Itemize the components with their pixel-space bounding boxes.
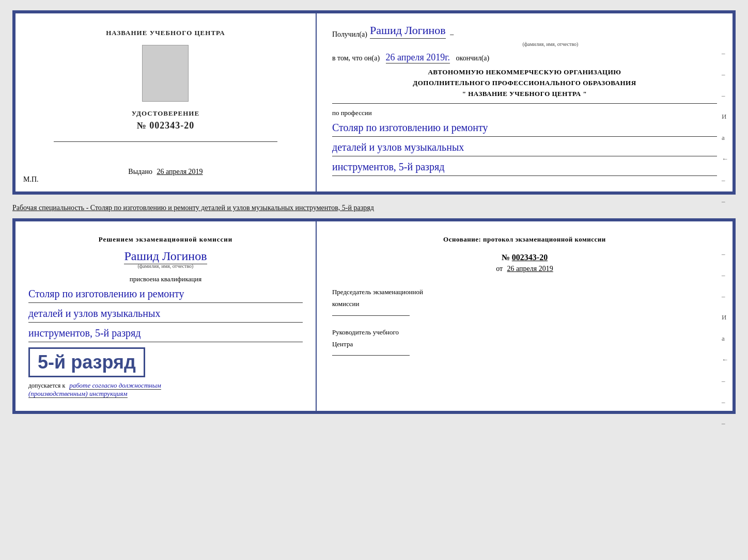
rank-box: 5-й разряд	[28, 347, 145, 377]
side-dashes-bottom: – – – И а ← – – –	[722, 250, 728, 424]
basis-label: Основание: протокол экзаменационной коми…	[332, 234, 717, 245]
mp-label: М.П.	[23, 175, 39, 184]
recipient-line: Получил(а) Рашид Логинов –	[332, 24, 717, 39]
in-that-line: в том, что он(а) 26 апреля 2019г. окончи…	[332, 52, 717, 63]
org-text: АВТОНОМНУЮ НЕКОММЕРЧЕСКУЮ ОРГАНИЗАЦИЮ ДО…	[332, 67, 717, 99]
rank-big-text: 5-й разряд	[38, 351, 136, 373]
protocol-date: от 26 апреля 2019	[332, 265, 717, 273]
head-label: Руководитель учебного	[332, 326, 717, 338]
chairman-label: Председатель экзаменационной	[332, 286, 717, 298]
date-handwritten: 26 апреля 2019г.	[386, 52, 450, 63]
admitted-text: допускается к работе согласно должностны…	[28, 381, 303, 398]
fio-subtitle-bottom: (фамилия, имя, отчество)	[28, 263, 303, 269]
head-block: Руководитель учебного Центра	[332, 326, 717, 356]
chairman-label2: комиссии	[332, 298, 717, 310]
protocol-number: № 002343-20	[332, 253, 717, 262]
bottom-certificate: Решением экзаменационной комиссии Рашид …	[12, 218, 736, 414]
bottom-person-name: Рашид Логинов	[124, 249, 207, 264]
admitted-work: работе согласно должностным	[69, 381, 161, 390]
fio-subtitle-top: (фамилия, имя, отчество)	[384, 41, 717, 47]
top-cert-left: НАЗВАНИЕ УЧЕБНОГО ЦЕНТРА УДОСТОВЕРЕНИЕ №…	[15, 13, 317, 191]
recipient-name: Рашид Логинов	[370, 24, 446, 39]
qualification-label: присвоена квалификация	[28, 275, 303, 283]
issued-date: Выдано 26 апреля 2019	[128, 168, 202, 176]
top-cert-right: Получил(а) Рашид Логинов – (фамилия, имя…	[317, 13, 733, 191]
qual-line2: деталей и узлов музыкальных	[28, 306, 303, 323]
profession-label: по профессии	[332, 109, 717, 117]
head-label2: Центра	[332, 338, 717, 350]
qual-line3: инструментов, 5-й разряд	[28, 325, 303, 342]
photo-placeholder	[142, 45, 189, 102]
qual-line1: Столяр по изготовлению и ремонту	[28, 286, 303, 303]
bottom-cert-right: Основание: протокол экзаменационной коми…	[317, 221, 733, 411]
top-certificate: НАЗВАНИЕ УЧЕБНОГО ЦЕНТРА УДОСТОВЕРЕНИЕ №…	[12, 10, 736, 195]
document-wrapper: НАЗВАНИЕ УЧЕБНОГО ЦЕНТРА УДОСТОВЕРЕНИЕ №…	[12, 10, 736, 414]
cert-type-label: УДОСТОВЕРЕНИЕ	[132, 109, 199, 118]
chairman-block: Председатель экзаменационной комиссии	[332, 286, 717, 316]
specialty-label: Рабочая специальность - Столяр по изгото…	[12, 204, 736, 212]
profession-line1: Столяр по изготовлению и ремонту	[332, 120, 717, 137]
bottom-person: Рашид Логинов (фамилия, имя, отчество)	[28, 249, 303, 269]
decision-text: Решением экзаменационной комиссии	[28, 234, 303, 245]
admitted-instructions: (производственным) инструкциям	[28, 390, 128, 398]
cert-number: № 002343-20	[137, 120, 195, 131]
bottom-cert-left: Решением экзаменационной комиссии Рашид …	[15, 221, 317, 411]
profession-line3: инструментов, 5-й разряд	[332, 159, 717, 176]
side-dashes-top: – – – И а ← – – –	[722, 49, 728, 227]
received-label: Получил(а)	[332, 30, 367, 39]
top-org-name: НАЗВАНИЕ УЧЕБНОГО ЦЕНТРА	[106, 29, 225, 37]
profession-line2: деталей и узлов музыкальных	[332, 139, 717, 156]
